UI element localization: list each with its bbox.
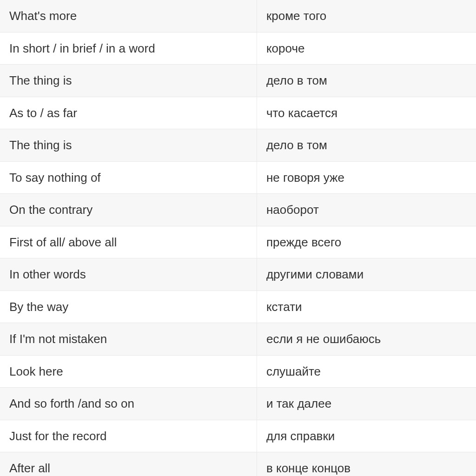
russian-translation: дело в том: [257, 65, 476, 97]
russian-translation: в конце концов: [257, 452, 476, 476]
english-phrase: Just for the record: [0, 420, 257, 452]
russian-translation: прежде всего: [257, 226, 476, 258]
table-row: In other wordsдругими словами: [0, 258, 476, 291]
table-row: On the contraryнаоборот: [0, 194, 476, 226]
english-phrase: First of all/ above all: [0, 226, 257, 258]
english-phrase: The thing is: [0, 129, 257, 161]
russian-translation: кстати: [257, 291, 476, 323]
table-row: First of all/ above allпрежде всего: [0, 226, 476, 259]
english-phrase: As to / as far: [0, 97, 257, 129]
table-row: After allв конце концов: [0, 452, 476, 476]
english-phrase: In short / in brief / in a word: [0, 33, 257, 65]
russian-translation: слушайте: [257, 356, 476, 388]
english-phrase: What's more: [0, 0, 257, 32]
table-row: If I'm not mistakenесли я не ошибаюсь: [0, 323, 476, 356]
english-phrase: Look here: [0, 356, 257, 388]
english-phrase: On the contrary: [0, 194, 257, 226]
table-row: As to / as farчто касается: [0, 97, 476, 130]
russian-translation: и так далее: [257, 388, 476, 420]
table-row: And so forth /and so onи так далее: [0, 388, 476, 420]
english-phrase: After all: [0, 452, 257, 476]
russian-translation: что касается: [257, 97, 476, 129]
table-row: The thing isдело в том: [0, 129, 476, 162]
russian-translation: для справки: [257, 420, 476, 452]
russian-translation: наоборот: [257, 194, 476, 226]
table-row: The thing isдело в том: [0, 65, 476, 97]
table-row: What's moreкроме того: [0, 0, 476, 33]
table-row: Look hereслушайте: [0, 356, 476, 388]
english-phrase: And so forth /and so on: [0, 388, 257, 420]
russian-translation: кроме того: [257, 0, 476, 32]
english-phrase: To say nothing of: [0, 162, 257, 194]
russian-translation: короче: [257, 33, 476, 65]
russian-translation: дело в том: [257, 129, 476, 161]
phrases-table: What's moreкроме тогоIn short / in brief…: [0, 0, 476, 476]
table-row: In short / in brief / in a wordкороче: [0, 33, 476, 65]
english-phrase: The thing is: [0, 65, 257, 97]
english-phrase: By the way: [0, 291, 257, 323]
table-row: To say nothing ofне говоря уже: [0, 162, 476, 194]
english-phrase: If I'm not mistaken: [0, 323, 257, 355]
russian-translation: не говоря уже: [257, 162, 476, 194]
table-row: Just for the recordдля справки: [0, 420, 476, 453]
english-phrase: In other words: [0, 258, 257, 291]
russian-translation: другими словами: [257, 258, 476, 291]
russian-translation: если я не ошибаюсь: [257, 323, 476, 355]
table-row: By the wayкстати: [0, 291, 476, 324]
